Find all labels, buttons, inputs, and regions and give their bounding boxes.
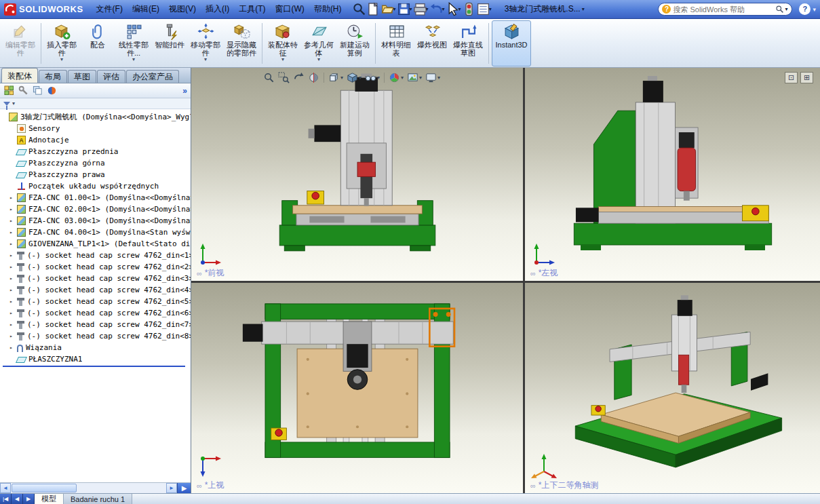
document-switcher[interactable]: 3轴龙门式雕铣机.S... ▾ [501, 2, 589, 16]
linear-component-pattern-button[interactable]: 线性零部件... ▾ [116, 20, 151, 66]
expander-icon[interactable]: ▸ [9, 241, 17, 247]
nav-next-button[interactable]: ▶ [23, 494, 35, 504]
tree-item-component[interactable]: ▸ FZA-CNC 04.00<1> (Domyślna<Stan wyświe… [1, 227, 191, 238]
menu-insert[interactable]: 插入(I) [201, 1, 234, 17]
search-magnifier-icon[interactable] [775, 5, 784, 14]
menu-file[interactable]: 文件(F) [92, 1, 128, 17]
propertymanager-tab-button[interactable] [18, 85, 29, 96]
viewport-front[interactable]: ∞ *前视 [191, 68, 523, 281]
menu-tools[interactable]: 工具(T) [234, 1, 270, 17]
menu-edit[interactable]: 编辑(E) [128, 1, 164, 17]
expander-icon[interactable]: ▸ [9, 345, 17, 351]
filter-funnel-icon[interactable] [3, 102, 10, 106]
panel-expand-button[interactable]: ▶ [177, 483, 191, 493]
tree-item-right-plane[interactable]: Płaszczyzna prawa [1, 169, 191, 180]
display-style-button[interactable]: ▾ [345, 71, 363, 84]
select-button[interactable] [446, 2, 460, 16]
scroll-right-button[interactable]: ► [166, 483, 177, 493]
tree-item-screw[interactable]: ▸ (-) socket head cap screw 4762_din<6> … [1, 307, 191, 319]
move-component-caret-icon[interactable]: ▾ [204, 57, 207, 62]
nav-first-button[interactable]: |◀ [0, 494, 12, 504]
expander-icon[interactable]: ▸ [9, 252, 17, 258]
expander-icon[interactable]: ▸ [9, 229, 17, 235]
insert-components-button[interactable]: 插入零部件 ▾ [44, 20, 79, 66]
configurationmanager-tab-button[interactable] [32, 85, 43, 96]
tab-layout[interactable]: 布局 [39, 70, 67, 83]
tree-item-screw[interactable]: ▸ (-) socket head cap screw 4762_din<2> … [1, 261, 191, 273]
tree-item-sensors[interactable]: Sensory [1, 123, 191, 134]
view-grid-corner-button[interactable]: ⊞ [800, 72, 813, 83]
open-caret-icon[interactable]: ▾ [393, 6, 396, 12]
edit-appearance-button[interactable]: ▾ [387, 71, 405, 84]
new-document-button[interactable] [366, 2, 380, 16]
rebuild-button[interactable] [462, 2, 476, 16]
viewport-isometric[interactable]: ∞ *上下二等角轴测 [525, 283, 820, 493]
expander-icon[interactable]: ▸ [9, 310, 17, 316]
section-view-button[interactable] [307, 71, 321, 84]
linear-pattern-caret-icon[interactable]: ▾ [132, 57, 135, 62]
scroll-left-button[interactable]: ◄ [0, 483, 11, 493]
expander-icon[interactable]: ▸ [9, 264, 17, 270]
select-caret-icon[interactable]: ▾ [458, 6, 461, 12]
new-motion-study-button[interactable]: 新建运动算例 [337, 20, 372, 66]
reference-geometry-caret-icon[interactable]: ▾ [317, 57, 320, 62]
tree-item-component[interactable]: ▸ FZA-CNC 03.00<1> (Domyślna<<Domyślna>_… [1, 215, 191, 227]
search-command-button[interactable] [352, 2, 366, 16]
assembly-features-button[interactable]: 装配体特征 ▾ [265, 20, 300, 66]
tab-office-products[interactable]: 办公室产品 [126, 70, 179, 83]
mate-button[interactable]: 配合 [80, 20, 115, 66]
properties-caret-icon[interactable]: ▾ [489, 6, 492, 12]
filter-caret-icon[interactable]: ▾ [12, 100, 15, 106]
tree-item-screw[interactable]: ▸ (-) socket head cap screw 4762_din<5> … [1, 296, 191, 307]
displaymanager-tab-button[interactable] [46, 85, 58, 96]
help-caret-icon[interactable]: ▾ [813, 6, 816, 13]
panel-more-chevrons[interactable]: » [182, 86, 187, 96]
tab-evaluate[interactable]: 评估 [97, 70, 125, 83]
help-search-box[interactable]: ? ▾ [658, 3, 792, 16]
previous-view-button[interactable] [292, 71, 306, 84]
expander-icon[interactable]: ▸ [9, 322, 17, 328]
search-input[interactable] [673, 5, 773, 14]
menu-window[interactable]: 窗口(W) [271, 1, 309, 17]
move-component-button[interactable]: 移动零部件 ▾ [188, 20, 223, 66]
tree-item-screw[interactable]: ▸ (-) socket head cap screw 4762_din<8> … [1, 330, 191, 342]
save-button[interactable] [397, 2, 411, 16]
instant3d-button[interactable]: Instant3D [492, 20, 531, 66]
tab-assembly[interactable]: 装配体 [1, 68, 38, 83]
view-settings-button[interactable]: ▾ [424, 71, 442, 84]
viewport-top[interactable]: ∞ *上视 [191, 283, 523, 493]
exploded-view-button[interactable]: 爆炸视图 [414, 20, 450, 66]
tree-item-plane1[interactable]: PŁASZCZYZNA1 [1, 353, 191, 365]
tree-item-screw[interactable]: ▸ (-) socket head cap screw 4762_din<1> … [1, 250, 191, 261]
nav-prev-button[interactable]: ◀ [12, 494, 23, 504]
help-button[interactable]: ? [799, 3, 811, 15]
insert-components-caret-icon[interactable]: ▾ [60, 57, 63, 62]
expander-icon[interactable]: ▸ [9, 218, 17, 224]
zoom-area-button[interactable] [277, 71, 291, 84]
tree-item-component[interactable]: ▸ FZA-CNC 01.00<1> (Domyślna<<Domyślna>_… [1, 192, 191, 203]
expander-icon[interactable]: ▸ [9, 195, 17, 201]
tree-item-origin[interactable]: Początek układu współrzędnych [1, 180, 191, 192]
tab-model[interactable]: 模型 [35, 494, 64, 504]
undo-button[interactable] [429, 2, 444, 16]
expander-icon[interactable]: ▸ [9, 206, 17, 212]
expander-icon[interactable]: ▸ [9, 333, 17, 339]
reference-geometry-button[interactable]: 参考几何体 ▾ [301, 20, 336, 66]
assembly-features-caret-icon[interactable]: ▾ [281, 57, 284, 62]
show-hidden-components-button[interactable]: 显示隐藏的零部件 [224, 20, 259, 66]
print-button[interactable] [413, 2, 427, 16]
explode-line-sketch-button[interactable]: 爆炸直线草图 [450, 20, 486, 66]
apply-scene-button[interactable]: ▾ [406, 71, 423, 84]
file-properties-button[interactable] [476, 2, 490, 16]
tab-motion-study-1[interactable]: Badanie ruchu 1 [64, 494, 132, 504]
save-caret-icon[interactable]: ▾ [410, 6, 412, 12]
tree-item-component[interactable]: ▸ FZA-CNC 02.00<1> (Domyślna<<Domyślna>_… [1, 203, 191, 215]
scrollbar-thumb[interactable] [12, 484, 77, 492]
view-orientation-button[interactable]: ▾ [327, 71, 345, 84]
bill-of-materials-button[interactable]: 材料明细表 [378, 20, 414, 66]
rollback-bar[interactable] [3, 366, 185, 367]
viewport-left[interactable]: ∞ *左视 [525, 68, 820, 281]
tree-item-mates[interactable]: ▸ Wiązania [1, 342, 191, 353]
tree-item-top-plane[interactable]: Płaszczyzna górna [1, 157, 191, 169]
zoom-fit-button[interactable] [262, 71, 276, 84]
